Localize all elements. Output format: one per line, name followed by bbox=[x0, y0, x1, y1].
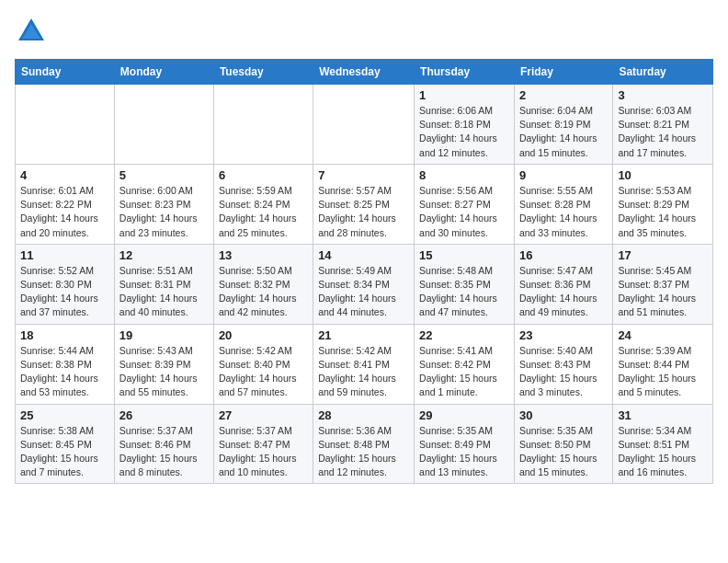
day-number: 2 bbox=[519, 88, 608, 102]
cell-text: Sunrise: 5:44 AM Sunset: 8:38 PM Dayligh… bbox=[20, 344, 109, 400]
calendar-cell: 29Sunrise: 5:35 AM Sunset: 8:49 PM Dayli… bbox=[415, 404, 515, 484]
cell-text: Sunrise: 6:04 AM Sunset: 8:19 PM Dayligh… bbox=[519, 104, 608, 160]
day-number: 28 bbox=[318, 408, 409, 422]
logo-icon bbox=[15, 15, 48, 48]
day-number: 27 bbox=[219, 408, 308, 422]
day-number: 3 bbox=[618, 88, 708, 102]
calendar-table: SundayMondayTuesdayWednesdayThursdayFrid… bbox=[15, 59, 713, 484]
calendar-cell: 24Sunrise: 5:39 AM Sunset: 8:44 PM Dayli… bbox=[613, 324, 713, 404]
cell-text: Sunrise: 5:34 AM Sunset: 8:51 PM Dayligh… bbox=[618, 424, 708, 480]
week-row-3: 11Sunrise: 5:52 AM Sunset: 8:30 PM Dayli… bbox=[16, 244, 713, 324]
week-row-5: 25Sunrise: 5:38 AM Sunset: 8:45 PM Dayli… bbox=[16, 404, 713, 484]
day-number: 5 bbox=[119, 168, 209, 182]
calendar-cell bbox=[313, 85, 415, 165]
day-number: 1 bbox=[419, 88, 509, 102]
day-number: 22 bbox=[419, 328, 509, 342]
day-header-monday: Monday bbox=[114, 60, 213, 85]
cell-text: Sunrise: 6:03 AM Sunset: 8:21 PM Dayligh… bbox=[618, 104, 708, 160]
calendar-cell: 21Sunrise: 5:42 AM Sunset: 8:41 PM Dayli… bbox=[313, 324, 415, 404]
week-row-1: 1Sunrise: 6:06 AM Sunset: 8:18 PM Daylig… bbox=[16, 85, 713, 165]
day-number: 18 bbox=[20, 328, 109, 342]
cell-text: Sunrise: 5:49 AM Sunset: 8:34 PM Dayligh… bbox=[318, 264, 409, 320]
day-number: 12 bbox=[119, 248, 209, 262]
cell-text: Sunrise: 5:42 AM Sunset: 8:40 PM Dayligh… bbox=[219, 344, 308, 400]
calendar-cell: 7Sunrise: 5:57 AM Sunset: 8:25 PM Daylig… bbox=[313, 164, 415, 244]
cell-text: Sunrise: 5:53 AM Sunset: 8:29 PM Dayligh… bbox=[618, 184, 708, 240]
day-number: 9 bbox=[519, 168, 608, 182]
calendar-cell: 19Sunrise: 5:43 AM Sunset: 8:39 PM Dayli… bbox=[114, 324, 213, 404]
calendar-cell: 11Sunrise: 5:52 AM Sunset: 8:30 PM Dayli… bbox=[16, 244, 115, 324]
day-number: 14 bbox=[318, 248, 409, 262]
calendar-cell: 3Sunrise: 6:03 AM Sunset: 8:21 PM Daylig… bbox=[613, 85, 713, 165]
day-number: 20 bbox=[219, 328, 308, 342]
day-number: 17 bbox=[618, 248, 708, 262]
day-header-friday: Friday bbox=[514, 60, 612, 85]
cell-text: Sunrise: 5:51 AM Sunset: 8:31 PM Dayligh… bbox=[119, 264, 209, 320]
calendar-cell: 30Sunrise: 5:35 AM Sunset: 8:50 PM Dayli… bbox=[514, 404, 612, 484]
day-number: 24 bbox=[618, 328, 708, 342]
cell-text: Sunrise: 5:48 AM Sunset: 8:35 PM Dayligh… bbox=[419, 264, 509, 320]
day-number: 29 bbox=[419, 408, 509, 422]
cell-text: Sunrise: 6:01 AM Sunset: 8:22 PM Dayligh… bbox=[20, 184, 109, 240]
day-number: 25 bbox=[20, 408, 109, 422]
calendar-cell: 6Sunrise: 5:59 AM Sunset: 8:24 PM Daylig… bbox=[213, 164, 313, 244]
week-row-2: 4Sunrise: 6:01 AM Sunset: 8:22 PM Daylig… bbox=[16, 164, 713, 244]
cell-text: Sunrise: 5:35 AM Sunset: 8:50 PM Dayligh… bbox=[519, 424, 608, 480]
calendar-cell: 20Sunrise: 5:42 AM Sunset: 8:40 PM Dayli… bbox=[213, 324, 313, 404]
day-number: 16 bbox=[519, 248, 608, 262]
calendar-cell: 31Sunrise: 5:34 AM Sunset: 8:51 PM Dayli… bbox=[613, 404, 713, 484]
cell-text: Sunrise: 5:47 AM Sunset: 8:36 PM Dayligh… bbox=[519, 264, 608, 320]
day-number: 26 bbox=[119, 408, 209, 422]
calendar-cell: 9Sunrise: 5:55 AM Sunset: 8:28 PM Daylig… bbox=[514, 164, 612, 244]
day-number: 13 bbox=[219, 248, 308, 262]
calendar-cell: 8Sunrise: 5:56 AM Sunset: 8:27 PM Daylig… bbox=[415, 164, 515, 244]
cell-text: Sunrise: 5:37 AM Sunset: 8:47 PM Dayligh… bbox=[219, 424, 308, 480]
calendar-cell: 16Sunrise: 5:47 AM Sunset: 8:36 PM Dayli… bbox=[514, 244, 612, 324]
day-header-wednesday: Wednesday bbox=[313, 60, 415, 85]
day-number: 31 bbox=[618, 408, 708, 422]
day-number: 6 bbox=[219, 168, 308, 182]
day-number: 8 bbox=[419, 168, 509, 182]
calendar-cell: 2Sunrise: 6:04 AM Sunset: 8:19 PM Daylig… bbox=[514, 85, 612, 165]
day-number: 21 bbox=[318, 328, 409, 342]
calendar-cell: 17Sunrise: 5:45 AM Sunset: 8:37 PM Dayli… bbox=[613, 244, 713, 324]
cell-text: Sunrise: 5:35 AM Sunset: 8:49 PM Dayligh… bbox=[419, 424, 509, 480]
calendar-cell: 13Sunrise: 5:50 AM Sunset: 8:32 PM Dayli… bbox=[213, 244, 313, 324]
calendar-header-row: SundayMondayTuesdayWednesdayThursdayFrid… bbox=[16, 60, 713, 85]
cell-text: Sunrise: 6:00 AM Sunset: 8:23 PM Dayligh… bbox=[119, 184, 209, 240]
calendar-cell: 14Sunrise: 5:49 AM Sunset: 8:34 PM Dayli… bbox=[313, 244, 415, 324]
day-header-tuesday: Tuesday bbox=[213, 60, 313, 85]
day-number: 7 bbox=[318, 168, 409, 182]
cell-text: Sunrise: 5:37 AM Sunset: 8:46 PM Dayligh… bbox=[119, 424, 209, 480]
cell-text: Sunrise: 5:55 AM Sunset: 8:28 PM Dayligh… bbox=[519, 184, 608, 240]
calendar-cell: 1Sunrise: 6:06 AM Sunset: 8:18 PM Daylig… bbox=[415, 85, 515, 165]
calendar-body: 1Sunrise: 6:06 AM Sunset: 8:18 PM Daylig… bbox=[16, 85, 713, 484]
calendar-cell: 25Sunrise: 5:38 AM Sunset: 8:45 PM Dayli… bbox=[16, 404, 115, 484]
day-header-thursday: Thursday bbox=[415, 60, 515, 85]
week-row-4: 18Sunrise: 5:44 AM Sunset: 8:38 PM Dayli… bbox=[16, 324, 713, 404]
day-header-saturday: Saturday bbox=[613, 60, 713, 85]
cell-text: Sunrise: 5:57 AM Sunset: 8:25 PM Dayligh… bbox=[318, 184, 409, 240]
calendar-cell bbox=[16, 85, 115, 165]
cell-text: Sunrise: 5:43 AM Sunset: 8:39 PM Dayligh… bbox=[119, 344, 209, 400]
calendar-cell: 27Sunrise: 5:37 AM Sunset: 8:47 PM Dayli… bbox=[213, 404, 313, 484]
calendar-cell: 4Sunrise: 6:01 AM Sunset: 8:22 PM Daylig… bbox=[16, 164, 115, 244]
calendar-cell: 15Sunrise: 5:48 AM Sunset: 8:35 PM Dayli… bbox=[415, 244, 515, 324]
cell-text: Sunrise: 5:42 AM Sunset: 8:41 PM Dayligh… bbox=[318, 344, 409, 400]
cell-text: Sunrise: 5:45 AM Sunset: 8:37 PM Dayligh… bbox=[618, 264, 708, 320]
cell-text: Sunrise: 5:36 AM Sunset: 8:48 PM Dayligh… bbox=[318, 424, 409, 480]
cell-text: Sunrise: 5:41 AM Sunset: 8:42 PM Dayligh… bbox=[419, 344, 509, 400]
calendar-cell: 12Sunrise: 5:51 AM Sunset: 8:31 PM Dayli… bbox=[114, 244, 213, 324]
calendar-cell: 5Sunrise: 6:00 AM Sunset: 8:23 PM Daylig… bbox=[114, 164, 213, 244]
day-number: 4 bbox=[20, 168, 109, 182]
day-number: 19 bbox=[119, 328, 209, 342]
calendar-cell: 28Sunrise: 5:36 AM Sunset: 8:48 PM Dayli… bbox=[313, 404, 415, 484]
day-number: 30 bbox=[519, 408, 608, 422]
cell-text: Sunrise: 5:38 AM Sunset: 8:45 PM Dayligh… bbox=[20, 424, 109, 480]
cell-text: Sunrise: 5:59 AM Sunset: 8:24 PM Dayligh… bbox=[219, 184, 308, 240]
cell-text: Sunrise: 5:39 AM Sunset: 8:44 PM Dayligh… bbox=[618, 344, 708, 400]
cell-text: Sunrise: 5:40 AM Sunset: 8:43 PM Dayligh… bbox=[519, 344, 608, 400]
calendar-cell: 22Sunrise: 5:41 AM Sunset: 8:42 PM Dayli… bbox=[415, 324, 515, 404]
calendar-cell bbox=[114, 85, 213, 165]
calendar-cell: 23Sunrise: 5:40 AM Sunset: 8:43 PM Dayli… bbox=[514, 324, 612, 404]
